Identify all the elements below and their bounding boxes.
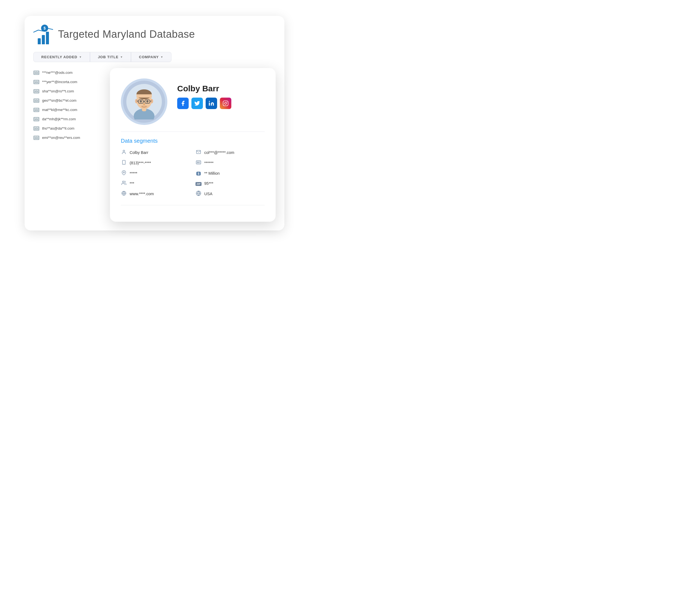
email-icon	[33, 126, 39, 131]
profile-info: Colby Barr	[177, 78, 265, 109]
twitter-icon[interactable]	[191, 98, 203, 109]
divider	[121, 131, 265, 132]
data-row-email: col***@*****.com	[196, 150, 265, 156]
svg-point-33	[197, 162, 198, 163]
svg-point-19	[146, 100, 149, 102]
svg-point-24	[141, 105, 147, 108]
data-row-zip: ZIP 95***	[196, 180, 265, 187]
chevron-down-icon: ▼	[120, 55, 123, 59]
filter-bar: RECENTLY ADDED ▼ JOB TITLE ▼ COMPANY ▼	[33, 52, 214, 62]
chevron-down-icon: ▼	[161, 55, 163, 59]
data-row-location: *****	[121, 170, 190, 177]
filter-company[interactable]: COMPANY ▼	[131, 52, 171, 62]
email-icon	[33, 71, 39, 75]
list-item: emi**on@reu**ers.com	[33, 133, 104, 142]
linkedin-icon[interactable]	[205, 98, 217, 109]
globe-icon	[121, 191, 127, 197]
location-pin-icon	[121, 170, 127, 177]
phone-icon	[121, 160, 127, 166]
email-icon	[33, 98, 39, 103]
profile-name: Colby Barr	[177, 84, 265, 93]
svg-rect-13	[136, 94, 152, 98]
zip-icon: ZIP	[196, 181, 201, 186]
flag-icon	[196, 190, 201, 197]
email-icon	[33, 80, 39, 84]
social-icons	[177, 98, 265, 109]
svg-rect-25	[209, 102, 210, 105]
page-title: Targeted Maryland Database	[58, 28, 195, 40]
instagram-icon[interactable]	[220, 98, 231, 109]
svg-rect-27	[223, 101, 228, 105]
profile-card: Colby Barr	[110, 68, 276, 222]
list-item: ***yer**@incorta.com	[33, 77, 104, 87]
svg-point-23	[143, 103, 145, 105]
email-icon	[33, 89, 39, 93]
email-icon	[33, 136, 39, 140]
data-row-country: USA	[196, 190, 265, 197]
main-layout: ***ne***@ods.com ***yer**@incorta.com sh…	[33, 68, 276, 222]
data-row-phone: (813)***-****	[121, 160, 190, 166]
dollar-box-icon: $	[196, 171, 201, 176]
email-icon	[33, 117, 39, 121]
svg-point-17	[140, 100, 142, 102]
data-row-website: www.****.com	[121, 190, 190, 197]
data-grid: Colby Barr col***@*****.com (813)***-*	[121, 150, 265, 197]
id-icon	[196, 160, 201, 166]
filter-job-title[interactable]: JOB TITLE ▼	[90, 52, 131, 62]
email-list: ***ne***@ods.com ***yer**@incorta.com sh…	[33, 68, 104, 142]
mail-icon	[196, 150, 201, 156]
filter-recently-added[interactable]: RECENTLY ADDED ▼	[33, 52, 90, 62]
svg-point-26	[209, 101, 210, 102]
data-row-name: Colby Barr	[121, 150, 190, 156]
chart-icon: $	[33, 25, 53, 44]
data-segments-title: Data segments	[121, 138, 265, 144]
card-header: $ Targeted Maryland Database	[33, 25, 276, 44]
list-item: da**mh@jk**rm.com	[33, 114, 104, 124]
svg-point-35	[123, 181, 124, 183]
person-icon	[121, 150, 127, 156]
list-item: tho**as@da**il.com	[33, 124, 104, 133]
list-item: mat**kl@me**kc.com	[33, 105, 104, 114]
data-row-revenue: $ ** Million	[196, 170, 265, 177]
bottom-divider	[121, 205, 265, 205]
list-item: sha**on@ro**t.com	[33, 87, 104, 96]
chevron-down-icon: ▼	[79, 55, 82, 59]
list-item: geo**sn@bc**el.com	[33, 96, 104, 105]
avatar	[121, 78, 167, 125]
svg-point-29	[123, 150, 125, 152]
svg-point-34	[123, 172, 125, 173]
data-row-id: ******	[196, 160, 265, 166]
list-item: ***ne***@ods.com	[33, 68, 104, 77]
data-row-group: ***	[121, 180, 190, 187]
group-icon	[121, 180, 127, 187]
profile-top: Colby Barr	[121, 78, 265, 125]
email-icon	[33, 108, 39, 112]
facebook-icon[interactable]	[177, 98, 189, 109]
